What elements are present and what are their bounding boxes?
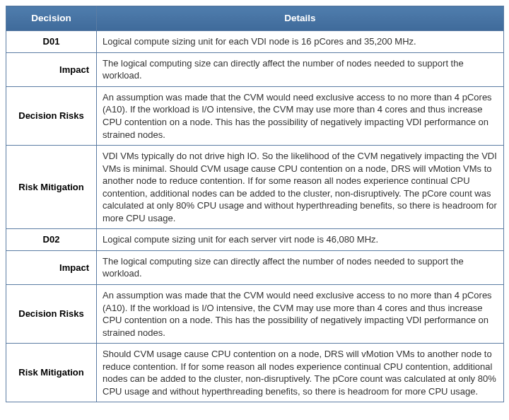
row-details: An assumption was made that the CVM woul… — [97, 284, 504, 343]
table-row: D01 Logical compute sizing unit for each… — [6, 31, 504, 53]
decision-table: Decision Details D01 Logical compute siz… — [6, 6, 504, 402]
row-label: Impact — [6, 250, 97, 284]
row-label: Risk Mitigation — [6, 344, 97, 402]
table-row: D02 Logical compute sizing unit for each… — [6, 229, 504, 251]
row-label: D01 — [6, 31, 97, 53]
row-details: The logical computing size can directly … — [97, 52, 504, 86]
table-header: Decision Details — [6, 6, 504, 31]
table-row: Decision Risks An assumption was made th… — [6, 86, 504, 145]
row-details: VDI VMs typically do not drive high IO. … — [97, 146, 504, 229]
row-details: Should CVM usage cause CPU contention on… — [97, 344, 504, 402]
header-decision: Decision — [6, 6, 97, 31]
row-details: An assumption was made that the CVM woul… — [97, 86, 504, 145]
row-label: Decision Risks — [6, 86, 97, 145]
row-label: D02 — [6, 229, 97, 251]
row-label: Decision Risks — [6, 284, 97, 343]
header-details: Details — [97, 6, 504, 31]
row-details: Logical compute sizing unit for each VDI… — [97, 31, 504, 53]
table-row: Risk Mitigation VDI VMs typically do not… — [6, 146, 504, 229]
table-row: Impact The logical computing size can di… — [6, 250, 504, 284]
row-label: Impact — [6, 52, 97, 86]
row-details: Logical compute sizing unit for each ser… — [97, 229, 504, 251]
row-label: Risk Mitigation — [6, 146, 97, 229]
row-details: The logical computing size can directly … — [97, 250, 504, 284]
table-row: Impact The logical computing size can di… — [6, 52, 504, 86]
table-row: Decision Risks An assumption was made th… — [6, 284, 504, 343]
table-row: Risk Mitigation Should CVM usage cause C… — [6, 344, 504, 402]
